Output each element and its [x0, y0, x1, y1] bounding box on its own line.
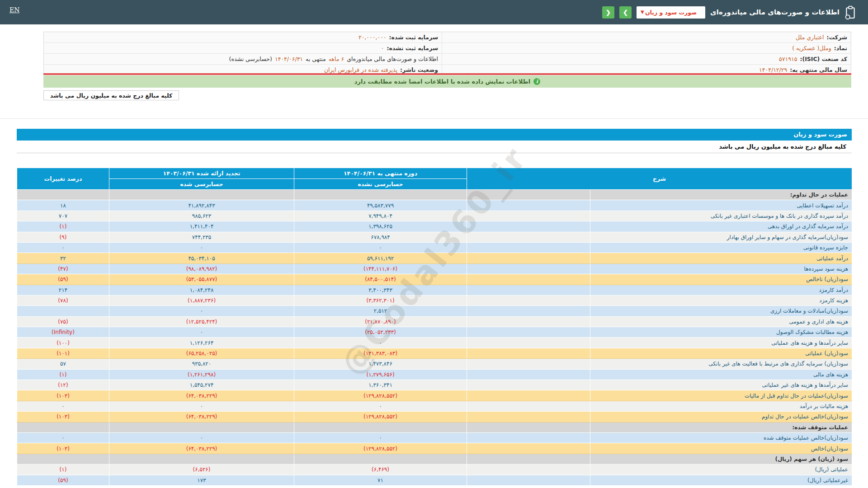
- row-label: سایر درآمدها و هزینه های غیر عملیاتی: [590, 380, 852, 390]
- section-empty-cell: [17, 454, 109, 464]
- spacer-cell: [467, 211, 590, 221]
- change-percent-value-cell: (۴۷): [17, 263, 109, 274]
- isic-label: کد صنعت (ISIC):: [800, 56, 847, 62]
- row-label: سود(زیان)عملیات در حال تداوم قبل از مالی…: [590, 390, 852, 401]
- spacer-cell: [467, 338, 590, 348]
- report-period-audit-status: (حسابرسی نشده): [229, 56, 272, 62]
- row-label: هزینه مطالبات مشکوک الوصول: [590, 327, 852, 338]
- change-percent-value-cell: (۱۰۳): [17, 412, 109, 422]
- spacer-cell: [467, 295, 590, 305]
- current-period-value-cell: ۰: [294, 338, 467, 348]
- info-row-isic: کد صنعت (ISIC): ۵۷۱۹۱۵ اطلاعات و صورت‌ها…: [44, 54, 851, 65]
- section-row: سود (زیان) هر سهم (ریال): [17, 454, 852, 464]
- section-divider: [0, 118, 868, 119]
- change-percent-value-cell: (۱۰۳): [17, 390, 109, 401]
- spacer-cell: [467, 348, 590, 358]
- change-percent-value-cell: (Infinity): [17, 327, 109, 338]
- change-percent-value-cell: ۱۸: [17, 200, 109, 211]
- restated-value-cell: ۱,۰۸۴,۲۴۸: [109, 285, 294, 295]
- section-empty-cell: [467, 454, 590, 464]
- restated-value-cell: ۰: [109, 242, 294, 253]
- spacer-cell: [467, 274, 590, 285]
- spacer-cell: [467, 432, 590, 443]
- row-label: هزینه های اداری و عمومی: [590, 316, 852, 327]
- language-toggle-en[interactable]: EN: [9, 6, 19, 14]
- chevron-down-icon: ▼: [641, 10, 644, 14]
- table-body: عملیات در حال تداوم:درآمد تسهیلات اعطایی…: [17, 190, 852, 486]
- row-label: هزینه مالیات بر درآمد: [590, 401, 852, 411]
- restated-value-cell: ۰: [109, 432, 294, 443]
- company-name-cell: شرکت: اعتباري ملل: [442, 32, 851, 42]
- spacer-cell: [467, 327, 590, 338]
- table-row: سود(زیان) عملیاتی(۱۳۱,۳۸۳,۰۸۳)(۶۵,۲۵۸,۰۲…: [17, 348, 852, 358]
- row-label: جایزه سپرده قانونی: [590, 242, 852, 253]
- table-row: هزینه های مالی(۱,۲۷۹,۶۵۶)(۱,۲۶۱,۲۹۸)(۱): [17, 369, 852, 380]
- table-header: شرح دوره منتهی به ۱۴۰۴/۰۶/۳۱ تجدید ارائه…: [17, 168, 852, 190]
- change-percent-value-cell: (۵۹): [17, 475, 109, 485]
- restated-value-cell: (۶,۵۲۶): [109, 465, 294, 475]
- spacer-cell: [467, 401, 590, 411]
- isic-cell: کد صنعت (ISIC): ۵۷۱۹۱۵: [442, 54, 851, 64]
- statement-units-note: کلیه مبالغ درج شده به میلیون ریال می باش…: [17, 141, 852, 153]
- symbol-value: وملل( عسکریه ): [792, 45, 831, 52]
- section-label: سود (زیان) هر سهم (ریال): [590, 454, 852, 464]
- current-period-value-cell: ۵۹,۶۱۱,۱۹۲: [294, 253, 467, 263]
- table-row: سود(زیان)سرمایه گذاری در سهام و سایر اور…: [17, 232, 852, 242]
- topbar-cluster: اطلاعات و صورت‌های مالی میاندوره‌ای صورت…: [602, 0, 856, 24]
- current-period-value-cell: ۲,۵۱۲: [294, 306, 467, 316]
- section-empty-cell: [17, 422, 109, 432]
- spacer-cell: [467, 359, 590, 369]
- table-row: هزینه مطالبات مشکوک الوصول(۲۵,۰۵۲,۲۳۳)۰(…: [17, 327, 852, 338]
- restated-value-cell: ۰: [109, 327, 294, 338]
- restated-value-cell: (۱,۲۶۱,۲۹۸): [109, 369, 294, 380]
- current-period-value-cell: (۶,۴۶۹): [294, 465, 467, 475]
- row-label: درآمد سرمایه گذاری در اوراق بدهی: [590, 221, 852, 232]
- table-row: سود(زیان)خالص عملیات در حال تداوم(۱۲۹,۸۲…: [17, 412, 852, 422]
- isic-value: ۵۷۱۹۱۵: [779, 56, 797, 62]
- current-period-value-cell: ۱,۳۹۸,۶۲۵: [294, 221, 467, 232]
- spacer-cell: [467, 412, 590, 422]
- restated-value-cell: ۱,۴۱۱,۴۰۴: [109, 221, 294, 232]
- table-row: سود(زیان) سرمایه گذاری های مرتبط با فعال…: [17, 359, 852, 369]
- current-period-value-cell: (۲۱,۸۷۰,۸۹۰): [294, 316, 467, 327]
- change-percent-value-cell: ۷۰۷: [17, 211, 109, 221]
- change-percent-value-cell: ۰: [17, 242, 109, 253]
- row-label: هزینه سود سپرده‌ها: [590, 263, 852, 274]
- change-percent-value-cell: (۱۰۳): [17, 443, 109, 454]
- spacer-cell: [467, 475, 590, 485]
- change-percent-value-cell: ۲۱۴: [17, 285, 109, 295]
- registered-capital-cell: سرمایه ثبت شده: ۲۰,۰۰۰,۰۰۰: [44, 32, 442, 42]
- info-row-company: شرکت: اعتباري ملل سرمایه ثبت شده: ۲۰,۰۰۰…: [44, 32, 851, 43]
- spacer-cell: [467, 285, 590, 295]
- restated-value-cell: ۰: [109, 401, 294, 411]
- company-value: اعتباري ملل: [796, 34, 824, 41]
- current-period-value-cell: (۱۳۱,۳۸۳,۰۸۳): [294, 348, 467, 358]
- previous-statement-button[interactable]: ❮: [602, 6, 614, 19]
- table-row: درآمد سرمایه گذاری در اوراق بدهی۱,۳۹۸,۶۲…: [17, 221, 852, 232]
- column-header-current-period: دوره منتهی به ۱۴۰۴/۰۶/۳۱: [294, 168, 467, 179]
- change-percent-value-cell: (۱): [17, 465, 109, 475]
- section-label: عملیات متوقف شده:: [590, 422, 852, 432]
- column-subheader-unaudited: حسابرسی نشده: [294, 179, 467, 190]
- spacer-cell: [467, 465, 590, 475]
- change-percent-value-cell: ۳۲: [17, 253, 109, 263]
- restated-value-cell: (۱۲,۵۲۵,۴۲۴): [109, 316, 294, 327]
- table-row: سایر درآمدها و هزینه های عملیاتی۰۱,۱۲۶,۲…: [17, 338, 852, 348]
- unregistered-capital-label: سرمایه ثبت نشده:: [387, 45, 438, 52]
- statement-type-select[interactable]: صورت سود و زیان ▼: [637, 6, 705, 19]
- current-period-value-cell: ۱,۳۶۰,۳۴۱: [294, 380, 467, 390]
- row-label: سود(زیان)خالص: [590, 443, 852, 454]
- row-label: هزینه های مالی: [590, 369, 852, 380]
- spacer-cell: [467, 263, 590, 274]
- row-label: سود(زیان) سرمایه گذاری های مرتبط با فعال…: [590, 359, 852, 369]
- section-empty-cell: [109, 190, 294, 200]
- change-percent-value-cell: (۱): [17, 369, 109, 380]
- next-statement-button[interactable]: ❯: [619, 6, 632, 19]
- table-row: سود(زیان)خالص(۱۲۹,۸۲۸,۵۵۲)(۶۴,۰۳۸,۲۲۹)(۱…: [17, 443, 852, 454]
- registered-capital-label: سرمایه ثبت شده:: [389, 34, 438, 41]
- current-period-value-cell: (۱۲۹,۸۲۸,۵۵۲): [294, 443, 467, 454]
- change-percent-value-cell: (۱): [17, 221, 109, 232]
- spacer-cell: [467, 232, 590, 242]
- change-percent-value-cell: (۱۰۱): [17, 348, 109, 358]
- registered-capital-value: ۲۰,۰۰۰,۰۰۰: [359, 34, 387, 41]
